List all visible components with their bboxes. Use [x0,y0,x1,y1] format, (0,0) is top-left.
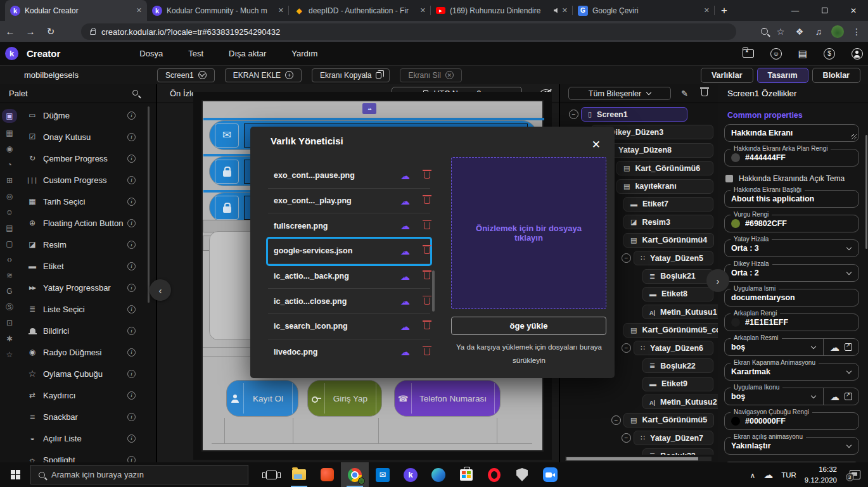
monetization-icon[interactable]: $ [824,48,835,60]
phone-button-phone[interactable]: ☎Telefon Numarası [394,380,501,417]
delete-trash-icon[interactable] [424,220,430,232]
start-button[interactable] [0,462,30,487]
tree-row-Metin_Kutusu2[interactable]: Metin_Kutusu2 [560,395,718,409]
collapse-minus-icon[interactable]: − [611,415,621,425]
property-field-color[interactable]: Arkaplan Rengi#1E1E1EFF [724,313,859,331]
delete-trash-icon[interactable] [424,346,430,358]
category-drawing-animation-icon[interactable]: ◔ [2,159,17,170]
palette-item-radyo[interactable]: Radyo Düğmesii [19,341,147,363]
browser-tab[interactable]: GGoogle Çeviri✕ [573,0,715,21]
download-cloud-icon[interactable]: ☁ [400,272,410,281]
tree-row-Yatay_Düzen7[interactable]: −Yatay_Düzen7 [560,431,718,445]
palette-item-tarih[interactable]: Tarih Seçicii [19,191,147,212]
tree-item-box[interactable]: Resim3 [623,215,713,229]
category-connectivity-icon[interactable]: ≋ [2,270,17,281]
asset-row[interactable]: livedoc.png☁ [268,339,430,365]
menu-yardım[interactable]: Yardım [291,49,317,58]
palette-item-cember[interactable]: Çember Progressi [19,148,147,169]
file-explorer-icon[interactable] [285,462,313,487]
category-user-interface-icon[interactable]: ▣ [2,109,17,123]
info-icon[interactable]: i [127,284,136,292]
palette-item-onay[interactable]: Onay Kutusui [19,126,147,148]
property-field-select[interactable]: Yatay HizalaOrta : 3 [724,239,859,257]
color-swatch[interactable] [731,417,740,426]
browser-tab[interactable]: ▶(169) Ruhunuzu Dinlendire✕ [431,0,573,21]
audio-speaker-icon[interactable] [554,8,558,13]
category-google-icon[interactable]: G [2,286,17,297]
property-checkbox[interactable]: Hakkında Ekranında Açık Tema [725,174,859,183]
asset-row[interactable]: exo_cont...pause.png☁ [268,163,430,189]
mail-icon[interactable]: ✉ [369,462,397,487]
rename-pencil-icon[interactable]: ✎ [681,89,688,98]
menu-test[interactable]: Test [188,49,203,58]
property-field-text[interactable]: Uygulama Ismidocumentaryson [724,289,859,307]
info-icon[interactable]: i [127,391,136,400]
tree-item-box[interactable]: Metin_Kutusu2 [642,395,718,409]
delete-trash-icon[interactable] [424,296,430,307]
property-field-select[interactable]: Dikey HizalaOrta : 2 [724,264,859,282]
edge-icon[interactable] [424,462,452,487]
browser-tab[interactable]: kKodular Community - Much m✕ [147,0,289,21]
tree-item-box[interactable]: Boşluk21 [642,269,713,284]
info-icon[interactable]: i [127,370,136,378]
collapse-minus-icon[interactable]: − [622,253,631,263]
menu-dosya[interactable]: Dosya [139,49,163,58]
search-icon[interactable] [132,90,138,96]
property-field-color[interactable]: Hakkında Ekranı Arka Plan Rengi#444444FF [724,149,859,167]
info-icon[interactable]: i [127,305,136,313]
tab-close-icon[interactable]: ✕ [278,6,284,15]
kodular-logo[interactable]: k [5,47,18,60]
asset-row[interactable]: ic_actio...close.png☁ [268,289,430,314]
properties-scrollbar[interactable] [865,135,867,249]
tree-item-box[interactable]: kayıtekranı [616,179,713,194]
download-cloud-icon[interactable]: ☁ [400,347,410,357]
address-bar[interactable]: creator.kodular.io/?locale=tr#6338319254… [81,23,736,40]
tree-row-Etiket9[interactable]: Etiket9 [560,377,718,391]
tree-item-box[interactable]: Kart_Görünümü6 [616,161,713,175]
color-swatch[interactable] [731,219,740,228]
property-field-text[interactable]: Hakkında Ekranı BaşlığıAbout this applic… [724,190,859,208]
delete-trash-icon[interactable] [424,320,430,332]
defender-icon[interactable] [508,462,536,487]
property-field-select[interactable]: Ekran Kapanma AnimasyonuKarartmak [724,363,859,381]
category-extensions-icon[interactable]: ⊡ [2,317,17,329]
info-icon[interactable]: i [127,111,136,120]
notification-center-icon[interactable]: 3 [845,462,864,487]
tree-item-box[interactable]: Kart_Görünümü4 [623,233,714,248]
property-field-textarea[interactable]: Hakkında Ekranı [724,124,859,142]
image-placeholder-icon[interactable] [362,103,376,114]
info-icon[interactable]: i [127,348,136,357]
asset-row[interactable]: ic_actio..._back.png☁ [268,264,430,289]
tree-item-box[interactable]: Kart_Görünümü5_copy [623,323,718,338]
palette-item-spotlight[interactable]: Spotlighti [19,449,147,462]
language-indicator[interactable]: TUR [781,471,796,479]
tree-item-box[interactable]: Yatay_Düzen7 [634,431,713,445]
browser-tab[interactable]: ◆deepIDD - Authentication - Fir✕ [289,0,431,21]
feedback-face-icon[interactable]: ☺ [770,48,782,60]
copy-screen-button[interactable]: Ekranı Kopyala [312,68,390,82]
upload-asset-button[interactable]: öge yükle [451,317,606,335]
tree-row-Kart_Görünümü5[interactable]: −Kart_Görünümü5 [560,413,718,427]
color-swatch[interactable] [731,153,740,162]
property-field-file[interactable]: Arkaplan Resmiboş☁ [724,338,859,356]
tree-horizontal-scrollbar[interactable] [565,457,712,461]
category-social-icon[interactable]: ☺ [2,206,17,218]
category-dynamic-components-icon[interactable]: ‹› [2,254,17,265]
bookmark-star-icon[interactable]: ☆ [774,27,787,37]
tab-close-icon[interactable]: ✕ [562,6,568,15]
category-maps-icon[interactable]: ⊞ [2,175,17,186]
palette-item-fab[interactable]: Floating Action Buttoni [19,212,147,234]
info-icon[interactable]: i [127,327,136,335]
palette-item-custom[interactable]: Custom Progressi [19,169,147,191]
forward-icon[interactable]: → [20,26,41,37]
tab-close-icon[interactable]: ✕ [704,6,710,15]
delete-trash-icon[interactable] [424,195,430,206]
taskbar-search[interactable]: Aramak için buraya yazın [30,465,248,484]
tree-item-box[interactable]: Etiket8 [642,287,713,301]
info-icon[interactable]: i [127,241,136,249]
asset-row[interactable]: fullscreen.png☁ [268,213,430,239]
account-icon[interactable] [852,48,863,60]
info-icon[interactable]: i [127,262,136,270]
file-list-scrollbar[interactable] [432,270,435,312]
reload-icon[interactable]: ↻ [41,26,61,37]
